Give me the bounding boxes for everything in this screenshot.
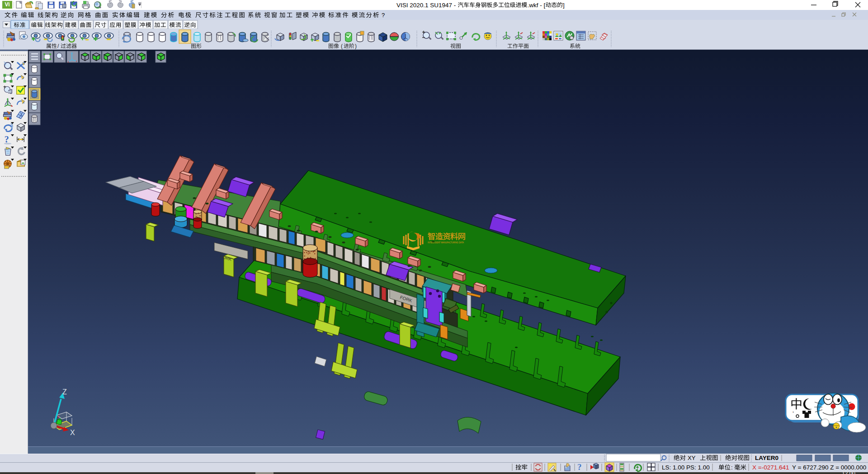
svg-text:Y = 6727.290 Z = 0000.000: Y = 6727.290 Z = 0000.000 [792,464,866,471]
svg-text:LS: 1.00 PS: 1.00: LS: 1.00 PS: 1.00 [662,464,710,471]
svg-text:Y: Y [57,415,60,419]
svg-text:?: ? [382,12,385,19]
svg-text:X =-0271.641: X =-0271.641 [752,464,789,471]
svg-text:]: ] [563,2,565,9]
svg-text:’: ’ [793,410,794,417]
svg-text:.wkf - [: .wkf - [ [528,2,546,9]
svg-text:X: X [70,429,75,436]
svg-text:INTELLIGENT MANUFACTURING DATA: INTELLIGENT MANUFACTURING DATA [428,241,464,244]
svg-text:LAYER0: LAYER0 [755,455,778,461]
svg-text::: : [731,464,733,471]
svg-text:VISI 2020.1 SU1947 -: VISI 2020.1 SU1947 - [396,2,456,9]
svg-text:): ) [355,43,357,49]
svg-text:?: ? [577,462,582,472]
svg-text:(: ( [341,43,343,49]
svg-text:/: / [57,43,59,49]
svg-text:Z: Z [62,388,67,396]
svg-text:XY: XY [688,455,696,461]
